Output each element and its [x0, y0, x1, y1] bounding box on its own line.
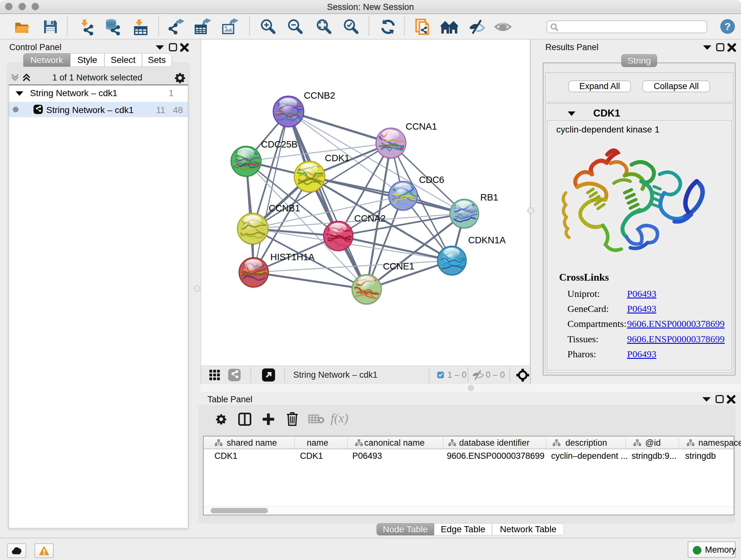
svg-text:RB1: RB1: [480, 192, 498, 202]
svg-text:CCNE1: CCNE1: [383, 261, 414, 271]
svg-text:HIST1H1A: HIST1H1A: [270, 252, 315, 262]
svg-text:CDKN1A: CDKN1A: [468, 235, 506, 245]
svg-text:CDC6: CDC6: [419, 175, 444, 185]
svg-text:CCNB2: CCNB2: [304, 90, 335, 101]
svg-text:CCNA1: CCNA1: [406, 121, 437, 132]
svg-text:CCNA2: CCNA2: [354, 213, 386, 224]
svg-text:CCNB1: CCNB1: [269, 203, 300, 213]
svg-text:CDK1: CDK1: [325, 153, 349, 163]
svg-text:CDC25B: CDC25B: [261, 139, 297, 149]
